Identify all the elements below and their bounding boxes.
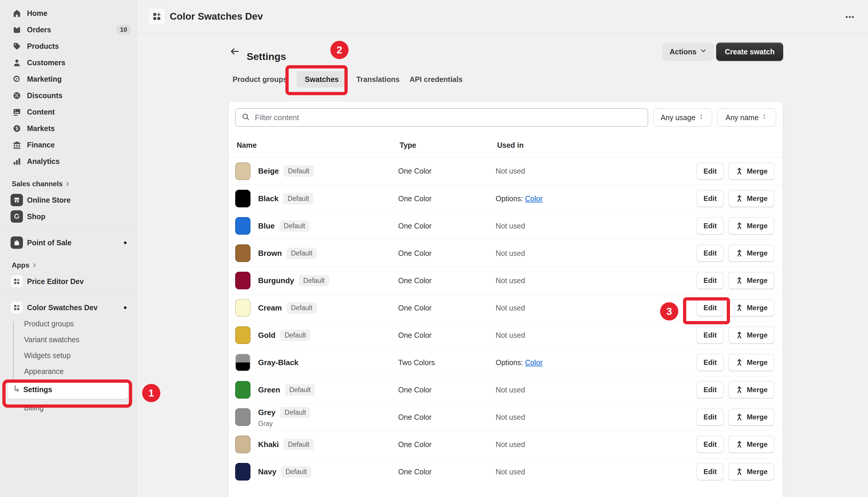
merge-button-navy[interactable]: Merge bbox=[728, 463, 774, 480]
sidebar-item-online-store[interactable]: Online Store bbox=[0, 192, 136, 208]
filter-content-input[interactable] bbox=[254, 113, 642, 123]
merge-button-gold[interactable]: Merge bbox=[728, 327, 774, 344]
sidebar-subitem-billing[interactable]: Billing bbox=[0, 400, 136, 416]
used-in-color-link[interactable]: Color bbox=[525, 358, 542, 367]
app-grid-icon bbox=[11, 301, 23, 314]
edit-button-label: Edit bbox=[704, 276, 717, 285]
sidebar-item-home[interactable]: Home bbox=[0, 5, 136, 22]
merge-button-beige[interactable]: Merge bbox=[728, 163, 774, 180]
edit-button-beige[interactable]: Edit bbox=[696, 163, 724, 180]
sidebar-item-shop[interactable]: Shop bbox=[0, 208, 136, 225]
row-actions: EditMerge bbox=[692, 381, 783, 398]
sidebar-item-marketing[interactable]: Marketing bbox=[0, 71, 136, 87]
swatch-name-cell: GoldDefault bbox=[235, 326, 398, 344]
merge-button-khaki[interactable]: Merge bbox=[728, 436, 774, 453]
color-swatch-chip bbox=[235, 381, 250, 399]
sidebar-item-label: Point of Sale bbox=[27, 239, 120, 247]
swatch-type: One Color bbox=[398, 413, 496, 422]
edit-button-black[interactable]: Edit bbox=[696, 190, 724, 207]
edit-button-khaki[interactable]: Edit bbox=[696, 436, 724, 453]
edit-button-gray-black[interactable]: Edit bbox=[696, 354, 724, 371]
sidebar-item-point-of-sale[interactable]: Point of Sale bbox=[0, 235, 136, 251]
merge-button-gray-black[interactable]: Merge bbox=[728, 354, 774, 371]
tab-bar: Product groups Swatches Translations API… bbox=[232, 71, 463, 87]
edit-button-cream[interactable]: Edit bbox=[696, 299, 724, 316]
analytics-icon bbox=[11, 155, 23, 167]
sidebar-item-customers[interactable]: Customers bbox=[0, 54, 136, 71]
merge-button-label: Merge bbox=[747, 249, 768, 257]
app-grid-icon bbox=[152, 12, 161, 21]
tab-api-credentials[interactable]: API credentials bbox=[409, 71, 463, 87]
tab-product-groups[interactable]: Product groups bbox=[232, 71, 288, 87]
sidebar-subitem-appearance[interactable]: Appearance bbox=[0, 363, 136, 379]
tab-swatches[interactable]: Swatches bbox=[296, 71, 347, 87]
swatch-subtitle: Gray bbox=[258, 420, 310, 428]
merge-button-burgundy[interactable]: Merge bbox=[728, 272, 774, 289]
merge-button-label: Merge bbox=[747, 468, 768, 476]
sidebar-item-color-swatches-dev[interactable]: Color Swatches Dev bbox=[0, 299, 136, 316]
row-actions: EditMerge bbox=[692, 245, 783, 262]
swatch-color-top bbox=[236, 354, 250, 363]
swatch-name-cell: GreyDefaultGray bbox=[235, 407, 398, 428]
sidebar-item-products[interactable]: Products bbox=[0, 38, 136, 54]
sidebar-subitem-product-groups[interactable]: Product groups bbox=[0, 316, 136, 332]
sidebar-subitem-settings[interactable]: ↳Settings bbox=[0, 379, 136, 400]
used-in-color-link[interactable]: Color bbox=[525, 195, 542, 203]
table-row-burgundy: BurgundyDefaultOne ColorNot usedEditMerg… bbox=[229, 267, 783, 294]
edit-button-green[interactable]: Edit bbox=[696, 381, 724, 398]
sidebar-item-finance[interactable]: Finance bbox=[0, 137, 136, 153]
sidebar-subitem-widgets-setup[interactable]: Widgets setup bbox=[0, 347, 136, 363]
merge-button-grey[interactable]: Merge bbox=[728, 409, 774, 426]
swatch-used-in: Not used bbox=[496, 386, 692, 394]
column-header-used-in: Used in bbox=[497, 141, 694, 150]
name-filter-select[interactable]: Any name bbox=[718, 109, 776, 127]
merge-button-blue[interactable]: Merge bbox=[728, 217, 774, 235]
back-button[interactable] bbox=[228, 45, 241, 58]
edit-button-navy[interactable]: Edit bbox=[696, 463, 724, 480]
create-swatch-button[interactable]: Create swatch bbox=[716, 43, 783, 61]
sidebar-item-markets[interactable]: $Markets bbox=[0, 120, 136, 137]
merge-button-label: Merge bbox=[747, 167, 768, 175]
sidebar-subitem-variant-swatches[interactable]: Variant swatches bbox=[0, 332, 136, 347]
swatch-used-in: Not used bbox=[496, 468, 692, 476]
actions-dropdown-button[interactable]: Actions bbox=[663, 43, 714, 61]
row-actions: EditMerge bbox=[692, 436, 783, 453]
merge-button-black[interactable]: Merge bbox=[728, 190, 774, 207]
sidebar-item-label: Orders bbox=[27, 26, 113, 34]
swatch-color-bottom bbox=[236, 363, 250, 371]
sidebar-item-discounts[interactable]: Discounts bbox=[0, 87, 136, 104]
sidebar-active-item-settings[interactable]: ↳Settings bbox=[8, 380, 128, 399]
orders-icon bbox=[12, 25, 21, 34]
color-swatch-chip bbox=[235, 162, 250, 180]
sidebar-item-analytics[interactable]: Analytics bbox=[0, 153, 136, 170]
merge-button-label: Merge bbox=[747, 222, 768, 230]
merge-button-green[interactable]: Merge bbox=[728, 381, 774, 398]
sidebar-item-orders[interactable]: Orders10 bbox=[0, 22, 136, 38]
usage-filter-select[interactable]: Any usage bbox=[653, 109, 712, 127]
edit-button-label: Edit bbox=[704, 195, 717, 203]
swatch-name: Green bbox=[258, 385, 280, 395]
edit-button-gold[interactable]: Edit bbox=[696, 327, 724, 344]
edit-button-blue[interactable]: Edit bbox=[696, 217, 724, 235]
swatch-name-wrap: CreamDefault bbox=[258, 302, 317, 314]
sidebar-item-content[interactable]: Content bbox=[0, 104, 136, 120]
swatch-name-wrap: Gray-Black bbox=[258, 358, 298, 367]
row-actions: EditMerge bbox=[692, 163, 783, 180]
tab-translations[interactable]: Translations bbox=[356, 71, 400, 87]
sidebar-section-sales-channels[interactable]: Sales channels bbox=[0, 176, 136, 192]
more-menu-button[interactable] bbox=[840, 11, 859, 24]
edit-button-brown[interactable]: Edit bbox=[696, 245, 724, 262]
sidebar-section-apps[interactable]: Apps bbox=[0, 257, 136, 273]
merge-button-label: Merge bbox=[747, 331, 768, 339]
create-swatch-label: Create swatch bbox=[725, 47, 775, 56]
merge-button-cream[interactable]: Merge bbox=[728, 299, 774, 316]
merge-button-brown[interactable]: Merge bbox=[728, 245, 774, 262]
edit-button-grey[interactable]: Edit bbox=[696, 409, 724, 426]
swatch-used-in: Not used bbox=[496, 249, 692, 258]
sidebar-item-price-editor-dev[interactable]: Price Editor Dev bbox=[0, 273, 136, 289]
sidebar-item-label: Analytics bbox=[27, 157, 131, 166]
search-icon bbox=[241, 113, 250, 123]
edit-button-burgundy[interactable]: Edit bbox=[696, 272, 724, 289]
swatch-used-in: Not used bbox=[496, 304, 692, 312]
marketing-icon bbox=[12, 75, 21, 84]
